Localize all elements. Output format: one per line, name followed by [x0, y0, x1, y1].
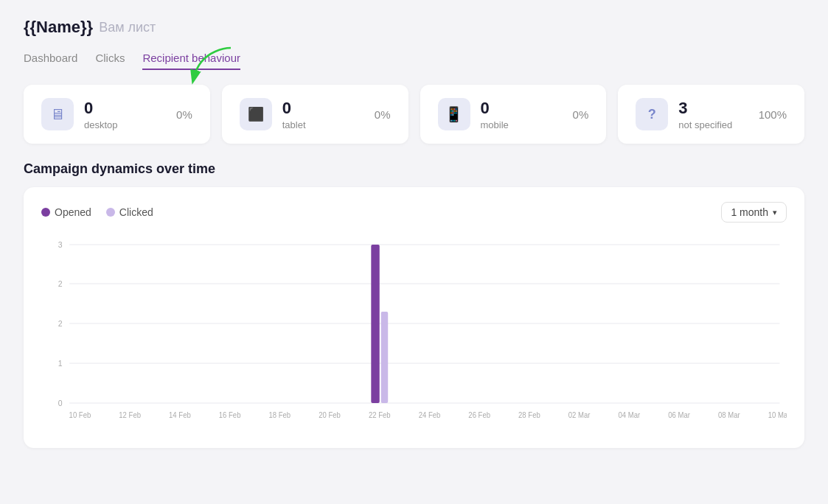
- page-header: {{Name}} Вам лист: [24, 18, 804, 37]
- not-specified-icon: ?: [636, 98, 668, 130]
- bar-clicked-22feb: [381, 312, 389, 403]
- bar-opened-22feb: [371, 245, 379, 403]
- svg-text:06 Mar: 06 Mar: [668, 411, 690, 419]
- stat-mobile-value: 0: [481, 99, 563, 118]
- svg-text:14 Feb: 14 Feb: [169, 411, 191, 419]
- svg-text:26 Feb: 26 Feb: [468, 411, 490, 419]
- stat-not-specified-label: not specified: [678, 119, 748, 130]
- svg-text:28 Feb: 28 Feb: [518, 411, 540, 419]
- time-selector-label: 1 month: [731, 206, 768, 218]
- arrow-indicator-icon: [187, 44, 238, 85]
- chart-header: Opened Clicked 1 month ▾: [41, 202, 787, 223]
- tab-recipient-behaviour-container: Recipient behaviour: [142, 52, 240, 70]
- stat-tablet-value: 0: [282, 99, 364, 118]
- stats-row: 🖥 0 desktop 0% ⬛ 0 tablet 0% 📱 0 mobile …: [24, 85, 804, 144]
- chevron-down-icon: ▾: [773, 208, 777, 217]
- stat-desktop-percent: 0%: [176, 108, 192, 121]
- stat-tablet-info: 0 tablet: [282, 99, 364, 130]
- page-title-name: {{Name}}: [24, 18, 93, 37]
- stat-not-specified-percent: 100%: [759, 108, 787, 121]
- stat-tablet-percent: 0%: [375, 108, 391, 121]
- time-selector[interactable]: 1 month ▾: [721, 202, 787, 223]
- svg-text:2: 2: [58, 279, 63, 288]
- svg-text:10 Feb: 10 Feb: [69, 411, 91, 419]
- svg-text:20 Feb: 20 Feb: [319, 411, 341, 419]
- svg-text:02 Mar: 02 Mar: [568, 411, 591, 419]
- stat-mobile-percent: 0%: [573, 108, 589, 121]
- stat-mobile-info: 0 mobile: [481, 99, 563, 130]
- tablet-icon: ⬛: [240, 98, 272, 130]
- legend-opened-label: Opened: [55, 206, 91, 218]
- chart-card: Opened Clicked 1 month ▾ 3 2 2 1 0: [24, 187, 804, 448]
- stat-desktop-label: desktop: [84, 119, 166, 130]
- legend-opened-dot: [41, 208, 50, 217]
- svg-text:08 Mar: 08 Mar: [718, 411, 740, 419]
- tab-dashboard[interactable]: Dashboard: [24, 52, 77, 70]
- stat-not-specified: ? 3 not specified 100%: [618, 85, 804, 144]
- legend-clicked-dot: [106, 208, 115, 217]
- stat-desktop-info: 0 desktop: [84, 99, 166, 130]
- stat-not-specified-value: 3: [678, 99, 748, 118]
- tab-clicks[interactable]: Clicks: [95, 52, 125, 70]
- tab-bar: Dashboard Clicks Recipient behaviour: [24, 52, 804, 70]
- stat-mobile: 📱 0 mobile 0%: [420, 85, 607, 144]
- svg-text:22 Feb: 22 Feb: [369, 411, 391, 419]
- page-title-subtitle: Вам лист: [99, 20, 156, 35]
- mobile-icon: 📱: [438, 98, 470, 130]
- svg-text:16 Feb: 16 Feb: [219, 411, 241, 419]
- svg-text:2: 2: [58, 319, 63, 328]
- stat-not-specified-info: 3 not specified: [678, 99, 748, 130]
- stat-tablet-label: tablet: [282, 119, 364, 130]
- stat-desktop: 🖥 0 desktop 0%: [24, 85, 210, 144]
- stat-mobile-label: mobile: [481, 119, 563, 130]
- legend-opened: Opened: [41, 206, 91, 218]
- svg-text:04 Mar: 04 Mar: [619, 411, 641, 419]
- svg-text:1: 1: [58, 359, 63, 368]
- chart-legend: Opened Clicked: [41, 206, 153, 218]
- svg-text:18 Feb: 18 Feb: [268, 411, 291, 419]
- chart-svg: 3 2 2 1 0 10 Feb 12 Feb 14 Feb 16 Feb 18…: [41, 230, 787, 436]
- svg-text:0: 0: [58, 399, 63, 407]
- stat-desktop-value: 0: [84, 99, 166, 118]
- chart-area: 3 2 2 1 0 10 Feb 12 Feb 14 Feb 16 Feb 18…: [41, 230, 787, 436]
- legend-clicked: Clicked: [106, 206, 153, 218]
- desktop-icon: 🖥: [41, 98, 74, 130]
- svg-text:10 Mar: 10 Mar: [768, 411, 787, 419]
- svg-text:3: 3: [58, 240, 63, 249]
- svg-text:12 Feb: 12 Feb: [119, 411, 141, 419]
- stat-tablet: ⬛ 0 tablet 0%: [222, 85, 408, 144]
- legend-clicked-label: Clicked: [119, 206, 153, 218]
- chart-section-title: Campaign dynamics over time: [24, 161, 804, 177]
- svg-text:24 Feb: 24 Feb: [419, 411, 441, 419]
